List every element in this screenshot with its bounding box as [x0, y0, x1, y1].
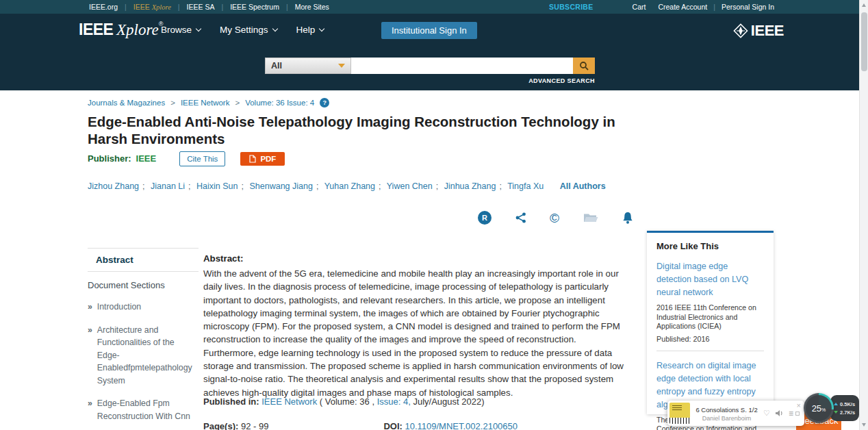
folder-icon[interactable] [583, 212, 598, 223]
pages: Page(s): 92 - 99 [203, 421, 268, 430]
author-link[interactable]: Shenwang Jiang [249, 181, 312, 191]
more-like-this-panel: More Like This Digital image edge detect… [647, 231, 774, 414]
player-controls: ♡ ≡ [763, 409, 793, 418]
copyright-icon[interactable]: © [550, 212, 559, 225]
help-icon[interactable]: ? [320, 98, 329, 108]
chevron-right-icon: » [88, 324, 92, 388]
favorite-heart-icon[interactable]: ♡ [763, 409, 770, 418]
pdf-document-icon [249, 155, 256, 163]
network-speed-monitor: 0.5K/s 2.7K/s [830, 395, 859, 421]
volume-icon[interactable] [775, 409, 784, 417]
close-icon[interactable]: × [797, 401, 801, 409]
download-speed: 2.7K/s [834, 409, 859, 416]
author-link[interactable]: Yiwen Chen [387, 181, 433, 191]
ieee-xplore-logo[interactable]: IEEE Xplore® [79, 21, 163, 39]
publisher-row: Publisher: IEEE Cite This PDF [88, 150, 285, 167]
document-toc: Abstract Document Sections » Introductio… [88, 248, 199, 430]
nav-help[interactable]: Help [296, 25, 324, 35]
track-title: 6 Consolations S. 1/2 [690, 406, 763, 414]
nav-browse[interactable]: Browse [161, 25, 201, 35]
breadcrumb-ieee-network[interactable]: IEEE Network [181, 99, 230, 107]
doi-link[interactable]: 10.1109/MNET.002.2100650 [405, 421, 518, 430]
published-in-row: Published in: IEEE Network ( Volume: 36 … [203, 396, 484, 407]
advanced-search-link[interactable]: ADVANCED SEARCH [265, 77, 595, 84]
link-ieee-spectrum[interactable]: IEEE Spectrum [223, 3, 286, 11]
authors-row: Jizhou Zhang; Jianan Li; Haixin Sun; She… [88, 181, 606, 191]
cite-this-button[interactable]: Cite This [179, 151, 225, 166]
divider [656, 351, 764, 351]
abstract-text: With the advent of the 5G era, telemedic… [203, 267, 631, 399]
author-link[interactable]: Tingfa Xu [507, 181, 544, 191]
pin-icon[interactable] [795, 412, 800, 416]
alerts-bell-icon[interactable] [622, 212, 634, 225]
toc-item-introduction[interactable]: » Introduction [88, 301, 199, 314]
scroll-down-arrow-icon[interactable] [862, 423, 866, 427]
doi: DOI: 10.1109/MNET.002.2100650 [383, 421, 518, 430]
topbar-site-links: IEEE.org | IEEE Xplore | IEEE SA | IEEE … [82, 3, 336, 11]
scrollbar-thumb[interactable] [861, 12, 867, 71]
chevron-right-icon: » [88, 397, 92, 422]
pdf-button[interactable]: PDF [240, 152, 285, 166]
document-action-icons: R © [478, 207, 634, 228]
top-utility-bar: IEEE.org | IEEE Xplore | IEEE SA | IEEE … [0, 0, 868, 14]
search-button[interactable] [573, 58, 595, 74]
main-header: IEEE Xplore® Browse My Settings Help Ins… [0, 14, 868, 90]
ieee-diamond-icon [732, 22, 750, 40]
toc-item-architecture[interactable]: » Architecture and Functionalities of th… [88, 324, 199, 388]
link-ieee-org[interactable]: IEEE.org [82, 3, 125, 11]
upload-speed: 0.5K/s [834, 401, 859, 407]
create-account-link[interactable]: Create Account [652, 3, 713, 11]
related-article-published: Published: 2016 [656, 335, 764, 343]
subscribe-link[interactable]: SUBSCRIBE [549, 3, 593, 11]
abstract-section: Abstract: With the advent of the 5G era,… [203, 253, 631, 399]
issue-link[interactable]: Issue: 4, [377, 396, 411, 407]
topbar-account-links: SUBSCRIBE Cart Create Account | Personal… [549, 3, 780, 11]
upload-arrow-icon [834, 403, 838, 405]
author-link[interactable]: Jianan Li [151, 181, 185, 191]
publisher-name: IEEE [136, 153, 157, 164]
related-article-link[interactable]: Digital image edge detection based on LV… [656, 260, 764, 299]
progress-percent: 25 [812, 403, 821, 414]
chevron-down-icon [196, 25, 201, 31]
scrollbar[interactable] [859, 0, 868, 430]
dropdown-caret-icon [338, 64, 345, 68]
breadcrumb-volume-issue[interactable]: Volume: 36 Issue: 4 [245, 99, 314, 107]
publisher-label: Publisher: [88, 153, 131, 164]
search-icon [579, 61, 589, 71]
toc-tab-abstract[interactable]: Abstract [88, 249, 199, 272]
scroll-up-arrow-icon[interactable] [862, 3, 866, 7]
institutional-signin-button[interactable]: Institutional Sign In [381, 22, 477, 39]
link-ieee-sa[interactable]: IEEE SA [180, 3, 222, 11]
author-link[interactable]: Jinhua Zhang [444, 181, 496, 191]
author-link[interactable]: Haixin Sun [196, 181, 238, 191]
rights-r-icon[interactable]: R [478, 211, 492, 225]
personal-signin-link[interactable]: Personal Sign In [715, 3, 780, 11]
link-ieee-xplore[interactable]: IEEE Xplore [127, 3, 178, 11]
chevron-right-icon: » [88, 301, 92, 314]
search-input[interactable] [351, 58, 573, 74]
breadcrumb: Journals & Magazines > IEEE Network > Vo… [88, 98, 329, 108]
journal-link[interactable]: IEEE Network [261, 396, 317, 407]
toc-item-reconstruction[interactable]: » Edge-Enabled Fpm Reconstruction With C… [88, 397, 199, 422]
nav-my-settings[interactable]: My Settings [220, 25, 277, 35]
ieee-brand-logo: IEEE [732, 22, 784, 40]
doi-label: DOI: [383, 421, 402, 430]
mini-media-player: 6 Consolations S. 1/2 Daniel Barenboim ♡… [667, 401, 804, 426]
abstract-label: Abstract: [203, 253, 631, 264]
search-scope-select[interactable]: All [265, 58, 351, 74]
all-authors-link[interactable]: All Authors [560, 181, 606, 191]
published-in-label: Published in: [203, 396, 259, 407]
related-article-source: 2016 IEEE 11th Conference on Industrial … [656, 303, 764, 331]
toc-sections-label: Document Sections [88, 280, 199, 290]
page-title: Edge-Enabled Anti-Noise Telepathology Im… [88, 114, 639, 147]
download-progress-badge[interactable]: 25 % [804, 393, 834, 423]
download-arrow-icon [834, 411, 838, 414]
author-link[interactable]: Jizhou Zhang [88, 181, 139, 191]
breadcrumb-journals[interactable]: Journals & Magazines [88, 99, 165, 107]
playlist-icon[interactable]: ≡ [789, 409, 793, 418]
share-icon[interactable] [515, 212, 526, 223]
more-like-this-title: More Like This [656, 241, 764, 251]
author-link[interactable]: Yuhan Zhang [324, 181, 375, 191]
cart-link[interactable]: Cart [626, 3, 652, 11]
link-more-sites[interactable]: More Sites [288, 3, 336, 11]
